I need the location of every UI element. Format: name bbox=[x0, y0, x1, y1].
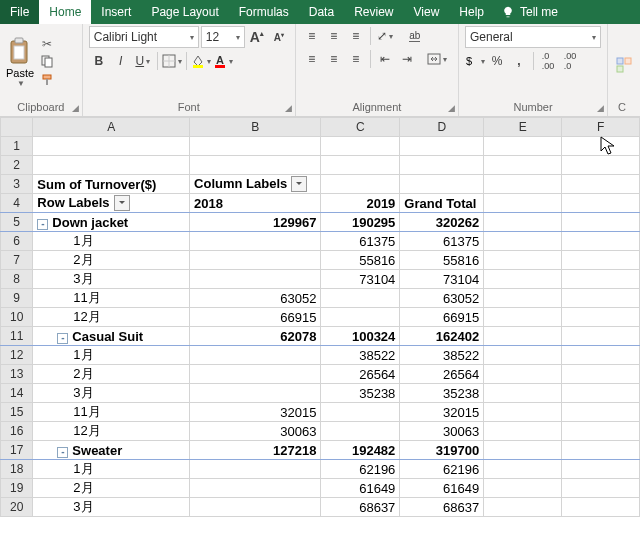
cell[interactable] bbox=[484, 213, 562, 232]
cell[interactable] bbox=[321, 403, 400, 422]
cell[interactable] bbox=[562, 213, 640, 232]
cell[interactable] bbox=[190, 232, 321, 251]
cell[interactable]: 32015 bbox=[190, 403, 321, 422]
cell[interactable] bbox=[190, 479, 321, 498]
row-header[interactable]: 1 bbox=[1, 137, 33, 156]
cell[interactable]: 11月 bbox=[33, 403, 190, 422]
format-painter-button[interactable] bbox=[38, 74, 56, 90]
col-header-c[interactable]: C bbox=[321, 118, 400, 137]
row-header[interactable]: 4 bbox=[1, 194, 33, 213]
decrease-indent-button[interactable]: ⇤ bbox=[375, 49, 395, 69]
cell[interactable]: 32015 bbox=[400, 403, 484, 422]
tab-review[interactable]: Review bbox=[344, 0, 403, 24]
row-header[interactable]: 10 bbox=[1, 308, 33, 327]
orientation-button[interactable]: ⤢▾ bbox=[375, 26, 395, 46]
cell[interactable]: 35238 bbox=[400, 384, 484, 403]
font-launcher[interactable]: ◢ bbox=[285, 103, 292, 113]
borders-button[interactable]: ▾ bbox=[162, 51, 182, 71]
cell[interactable]: 12月 bbox=[33, 308, 190, 327]
cell[interactable]: -Casual Suit bbox=[33, 327, 190, 346]
cell[interactable] bbox=[484, 156, 562, 175]
cell[interactable] bbox=[484, 251, 562, 270]
row-header[interactable]: 6 bbox=[1, 232, 33, 251]
cell[interactable] bbox=[562, 175, 640, 194]
cell[interactable]: 320262 bbox=[400, 213, 484, 232]
cell[interactable]: 66915 bbox=[190, 308, 321, 327]
cell[interactable]: 190295 bbox=[321, 213, 400, 232]
fill-color-button[interactable]: ▾ bbox=[191, 51, 211, 71]
cell[interactable]: Column Labels bbox=[190, 175, 321, 194]
conditional-formatting-button[interactable] bbox=[614, 55, 634, 75]
cell[interactable]: Grand Total bbox=[400, 194, 484, 213]
cell[interactable] bbox=[484, 441, 562, 460]
tab-insert[interactable]: Insert bbox=[91, 0, 141, 24]
cell[interactable]: 63052 bbox=[190, 289, 321, 308]
cell[interactable]: 100324 bbox=[321, 327, 400, 346]
cell[interactable]: 55816 bbox=[400, 251, 484, 270]
cell[interactable]: 63052 bbox=[400, 289, 484, 308]
cell[interactable]: 2019 bbox=[321, 194, 400, 213]
row-header[interactable]: 14 bbox=[1, 384, 33, 403]
cell[interactable] bbox=[484, 403, 562, 422]
tab-data[interactable]: Data bbox=[299, 0, 344, 24]
row-header[interactable]: 17 bbox=[1, 441, 33, 460]
col-header-b[interactable]: B bbox=[190, 118, 321, 137]
font-color-button[interactable]: A▾ bbox=[213, 51, 233, 71]
cell[interactable]: 66915 bbox=[400, 308, 484, 327]
align-bottom-button[interactable]: ≡ bbox=[346, 26, 366, 46]
decrease-decimal-button[interactable]: .00.0 bbox=[560, 51, 580, 71]
accounting-format-button[interactable]: $▾ bbox=[465, 51, 485, 71]
cell[interactable] bbox=[321, 156, 400, 175]
cell[interactable]: 1月 bbox=[33, 460, 190, 479]
cell[interactable] bbox=[190, 251, 321, 270]
cell[interactable]: 68637 bbox=[400, 498, 484, 517]
bold-button[interactable]: B bbox=[89, 51, 109, 71]
cell[interactable]: 73104 bbox=[400, 270, 484, 289]
tab-view[interactable]: View bbox=[404, 0, 450, 24]
merge-center-button[interactable]: ▾ bbox=[427, 49, 447, 69]
cell[interactable] bbox=[484, 137, 562, 156]
cell[interactable] bbox=[321, 137, 400, 156]
alignment-launcher[interactable]: ◢ bbox=[448, 103, 455, 113]
col-header-e[interactable]: E bbox=[484, 118, 562, 137]
align-top-button[interactable]: ≡ bbox=[302, 26, 322, 46]
cell[interactable] bbox=[484, 346, 562, 365]
cell[interactable]: 127218 bbox=[190, 441, 321, 460]
cell[interactable] bbox=[400, 175, 484, 194]
cell[interactable] bbox=[484, 270, 562, 289]
italic-button[interactable]: I bbox=[111, 51, 131, 71]
align-center-button[interactable]: ≡ bbox=[324, 49, 344, 69]
tab-file[interactable]: File bbox=[0, 0, 39, 24]
cell[interactable]: Row Labels bbox=[33, 194, 190, 213]
cell[interactable]: 73104 bbox=[321, 270, 400, 289]
cell[interactable] bbox=[190, 498, 321, 517]
align-left-button[interactable]: ≡ bbox=[302, 49, 322, 69]
row-header[interactable]: 7 bbox=[1, 251, 33, 270]
cell[interactable] bbox=[321, 308, 400, 327]
cell[interactable] bbox=[484, 175, 562, 194]
row-header[interactable]: 3 bbox=[1, 175, 33, 194]
cell[interactable] bbox=[562, 384, 640, 403]
increase-indent-button[interactable]: ⇥ bbox=[397, 49, 417, 69]
cell[interactable]: 30063 bbox=[400, 422, 484, 441]
cell[interactable] bbox=[190, 346, 321, 365]
cell[interactable] bbox=[562, 441, 640, 460]
increase-font-button[interactable]: A▴ bbox=[247, 27, 267, 47]
cell[interactable] bbox=[321, 289, 400, 308]
cell[interactable]: 2018 bbox=[190, 194, 321, 213]
cell[interactable] bbox=[190, 384, 321, 403]
cell[interactable] bbox=[562, 422, 640, 441]
cell[interactable]: 38522 bbox=[400, 346, 484, 365]
cell[interactable]: -Down jacket bbox=[33, 213, 190, 232]
cell[interactable]: 3月 bbox=[33, 384, 190, 403]
clipboard-launcher[interactable]: ◢ bbox=[72, 103, 79, 113]
number-launcher[interactable]: ◢ bbox=[597, 103, 604, 113]
cell[interactable]: 35238 bbox=[321, 384, 400, 403]
cell[interactable] bbox=[321, 175, 400, 194]
cell[interactable] bbox=[190, 365, 321, 384]
cell[interactable] bbox=[190, 460, 321, 479]
cell[interactable]: 162402 bbox=[400, 327, 484, 346]
wrap-text-button[interactable]: ab bbox=[405, 26, 425, 46]
row-header[interactable]: 16 bbox=[1, 422, 33, 441]
cell[interactable]: -Sweater bbox=[33, 441, 190, 460]
